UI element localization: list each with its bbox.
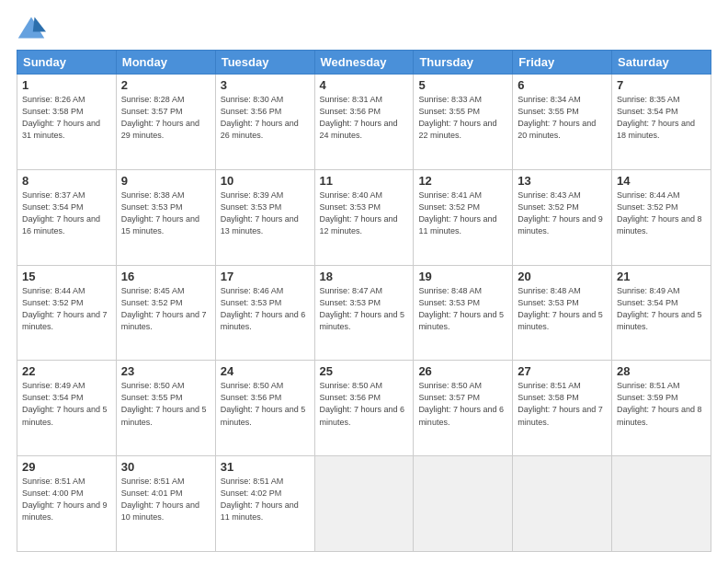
day-number: 13 bbox=[518, 174, 607, 188]
calendar-day-cell: 23Sunrise: 8:50 AMSunset: 3:55 PMDayligh… bbox=[116, 361, 215, 456]
day-number: 30 bbox=[121, 460, 210, 474]
day-number: 16 bbox=[121, 270, 210, 283]
calendar-day-cell: 29Sunrise: 8:51 AMSunset: 4:00 PMDayligh… bbox=[17, 456, 117, 552]
day-info: Sunrise: 8:51 AMSunset: 4:00 PMDaylight:… bbox=[22, 476, 111, 523]
day-number: 15 bbox=[22, 270, 111, 283]
day-info: Sunrise: 8:49 AMSunset: 3:54 PMDaylight:… bbox=[617, 285, 706, 333]
day-number: 21 bbox=[617, 270, 706, 283]
calendar-day-cell: 2Sunrise: 8:28 AMSunset: 3:57 PMDaylight… bbox=[116, 75, 215, 170]
day-info: Sunrise: 8:46 AMSunset: 3:53 PMDaylight:… bbox=[221, 285, 310, 333]
day-info: Sunrise: 8:50 AMSunset: 3:55 PMDaylight:… bbox=[121, 380, 210, 428]
calendar-day-cell: 4Sunrise: 8:31 AMSunset: 3:56 PMDaylight… bbox=[314, 75, 414, 170]
calendar-week-row: 15Sunrise: 8:44 AMSunset: 3:52 PMDayligh… bbox=[17, 265, 711, 361]
day-info: Sunrise: 8:38 AMSunset: 3:53 PMDaylight:… bbox=[121, 190, 210, 237]
day-info: Sunrise: 8:37 AMSunset: 3:54 PMDaylight:… bbox=[22, 190, 111, 237]
calendar-week-row: 22Sunrise: 8:49 AMSunset: 3:54 PMDayligh… bbox=[17, 361, 711, 456]
calendar-day-cell: 14Sunrise: 8:44 AMSunset: 3:52 PMDayligh… bbox=[612, 169, 711, 265]
calendar-day-header: Monday bbox=[116, 51, 215, 75]
day-info: Sunrise: 8:49 AMSunset: 3:54 PMDaylight:… bbox=[22, 380, 111, 428]
calendar-day-cell: 3Sunrise: 8:30 AMSunset: 3:56 PMDaylight… bbox=[215, 75, 314, 170]
calendar-day-cell: 15Sunrise: 8:44 AMSunset: 3:52 PMDayligh… bbox=[17, 265, 117, 361]
day-number: 10 bbox=[221, 174, 310, 188]
day-info: Sunrise: 8:50 AMSunset: 3:56 PMDaylight:… bbox=[221, 380, 310, 428]
day-info: Sunrise: 8:28 AMSunset: 3:57 PMDaylight:… bbox=[121, 94, 210, 142]
day-number: 18 bbox=[320, 270, 409, 283]
day-number: 3 bbox=[221, 78, 310, 92]
day-number: 27 bbox=[518, 364, 607, 378]
calendar-day-cell: 10Sunrise: 8:39 AMSunset: 3:53 PMDayligh… bbox=[215, 169, 314, 265]
logo-icon bbox=[17, 15, 46, 40]
calendar-table: SundayMondayTuesdayWednesdayThursdayFrid… bbox=[17, 50, 711, 552]
day-number: 1 bbox=[22, 78, 111, 92]
calendar-day-cell: 25Sunrise: 8:50 AMSunset: 3:56 PMDayligh… bbox=[314, 361, 414, 456]
day-info: Sunrise: 8:31 AMSunset: 3:56 PMDaylight:… bbox=[320, 94, 409, 142]
calendar-day-cell: 1Sunrise: 8:26 AMSunset: 3:58 PMDaylight… bbox=[17, 75, 117, 170]
day-number: 31 bbox=[221, 460, 310, 474]
calendar-day-header: Friday bbox=[513, 51, 612, 75]
day-info: Sunrise: 8:51 AMSunset: 4:02 PMDaylight:… bbox=[221, 476, 310, 523]
page: SundayMondayTuesdayWednesdayThursdayFrid… bbox=[0, 0, 728, 563]
calendar-day-cell: 13Sunrise: 8:43 AMSunset: 3:52 PMDayligh… bbox=[513, 169, 612, 265]
day-number: 29 bbox=[22, 460, 111, 474]
day-info: Sunrise: 8:43 AMSunset: 3:52 PMDaylight:… bbox=[518, 190, 607, 237]
day-number: 26 bbox=[418, 364, 507, 378]
day-info: Sunrise: 8:47 AMSunset: 3:53 PMDaylight:… bbox=[320, 285, 409, 333]
calendar-day-cell: 17Sunrise: 8:46 AMSunset: 3:53 PMDayligh… bbox=[215, 265, 314, 361]
calendar-week-row: 8Sunrise: 8:37 AMSunset: 3:54 PMDaylight… bbox=[17, 169, 711, 265]
calendar-day-cell: 22Sunrise: 8:49 AMSunset: 3:54 PMDayligh… bbox=[17, 361, 117, 456]
calendar-day-cell bbox=[314, 456, 414, 552]
calendar-day-cell: 18Sunrise: 8:47 AMSunset: 3:53 PMDayligh… bbox=[314, 265, 414, 361]
day-info: Sunrise: 8:45 AMSunset: 3:52 PMDaylight:… bbox=[121, 285, 210, 333]
calendar-day-cell: 16Sunrise: 8:45 AMSunset: 3:52 PMDayligh… bbox=[116, 265, 215, 361]
day-number: 11 bbox=[320, 174, 409, 188]
day-info: Sunrise: 8:50 AMSunset: 3:56 PMDaylight:… bbox=[320, 380, 409, 428]
day-number: 23 bbox=[121, 364, 210, 378]
day-info: Sunrise: 8:48 AMSunset: 3:53 PMDaylight:… bbox=[518, 285, 607, 333]
calendar-day-cell bbox=[414, 456, 513, 552]
day-number: 28 bbox=[617, 364, 706, 378]
calendar-day-cell: 8Sunrise: 8:37 AMSunset: 3:54 PMDaylight… bbox=[17, 169, 117, 265]
day-info: Sunrise: 8:50 AMSunset: 3:57 PMDaylight:… bbox=[418, 380, 507, 428]
calendar-day-cell: 5Sunrise: 8:33 AMSunset: 3:55 PMDaylight… bbox=[414, 75, 513, 170]
day-info: Sunrise: 8:35 AMSunset: 3:54 PMDaylight:… bbox=[617, 94, 706, 142]
calendar-day-cell: 31Sunrise: 8:51 AMSunset: 4:02 PMDayligh… bbox=[215, 456, 314, 552]
day-info: Sunrise: 8:41 AMSunset: 3:52 PMDaylight:… bbox=[418, 190, 507, 237]
day-info: Sunrise: 8:51 AMSunset: 3:59 PMDaylight:… bbox=[617, 380, 706, 428]
day-info: Sunrise: 8:33 AMSunset: 3:55 PMDaylight:… bbox=[418, 94, 507, 142]
calendar-day-cell bbox=[612, 456, 711, 552]
day-number: 8 bbox=[22, 174, 111, 188]
calendar-day-header: Thursday bbox=[414, 51, 513, 75]
day-number: 19 bbox=[418, 270, 507, 283]
calendar-day-cell: 19Sunrise: 8:48 AMSunset: 3:53 PMDayligh… bbox=[414, 265, 513, 361]
day-info: Sunrise: 8:26 AMSunset: 3:58 PMDaylight:… bbox=[22, 94, 111, 142]
day-number: 6 bbox=[518, 78, 607, 92]
calendar-week-row: 1Sunrise: 8:26 AMSunset: 3:58 PMDaylight… bbox=[17, 75, 711, 170]
calendar-day-header: Wednesday bbox=[314, 51, 414, 75]
day-number: 20 bbox=[518, 270, 607, 283]
calendar-day-cell: 9Sunrise: 8:38 AMSunset: 3:53 PMDaylight… bbox=[116, 169, 215, 265]
calendar-day-cell: 28Sunrise: 8:51 AMSunset: 3:59 PMDayligh… bbox=[612, 361, 711, 456]
calendar-day-cell: 11Sunrise: 8:40 AMSunset: 3:53 PMDayligh… bbox=[314, 169, 414, 265]
day-number: 12 bbox=[418, 174, 507, 188]
day-number: 24 bbox=[221, 364, 310, 378]
calendar-header-row: SundayMondayTuesdayWednesdayThursdayFrid… bbox=[17, 51, 711, 75]
calendar-day-cell: 21Sunrise: 8:49 AMSunset: 3:54 PMDayligh… bbox=[612, 265, 711, 361]
calendar-day-cell: 27Sunrise: 8:51 AMSunset: 3:58 PMDayligh… bbox=[513, 361, 612, 456]
header bbox=[17, 15, 711, 40]
day-info: Sunrise: 8:39 AMSunset: 3:53 PMDaylight:… bbox=[221, 190, 310, 237]
day-number: 7 bbox=[617, 78, 706, 92]
day-info: Sunrise: 8:51 AMSunset: 4:01 PMDaylight:… bbox=[121, 476, 210, 523]
calendar-day-cell: 26Sunrise: 8:50 AMSunset: 3:57 PMDayligh… bbox=[414, 361, 513, 456]
day-number: 5 bbox=[418, 78, 507, 92]
calendar-day-cell: 24Sunrise: 8:50 AMSunset: 3:56 PMDayligh… bbox=[215, 361, 314, 456]
day-info: Sunrise: 8:44 AMSunset: 3:52 PMDaylight:… bbox=[617, 190, 706, 237]
day-info: Sunrise: 8:48 AMSunset: 3:53 PMDaylight:… bbox=[418, 285, 507, 333]
logo bbox=[17, 15, 51, 40]
day-number: 4 bbox=[320, 78, 409, 92]
calendar-day-cell: 20Sunrise: 8:48 AMSunset: 3:53 PMDayligh… bbox=[513, 265, 612, 361]
day-number: 14 bbox=[617, 174, 706, 188]
calendar-week-row: 29Sunrise: 8:51 AMSunset: 4:00 PMDayligh… bbox=[17, 456, 711, 552]
calendar-day-cell bbox=[513, 456, 612, 552]
calendar-day-header: Sunday bbox=[17, 51, 117, 75]
calendar-day-cell: 30Sunrise: 8:51 AMSunset: 4:01 PMDayligh… bbox=[116, 456, 215, 552]
